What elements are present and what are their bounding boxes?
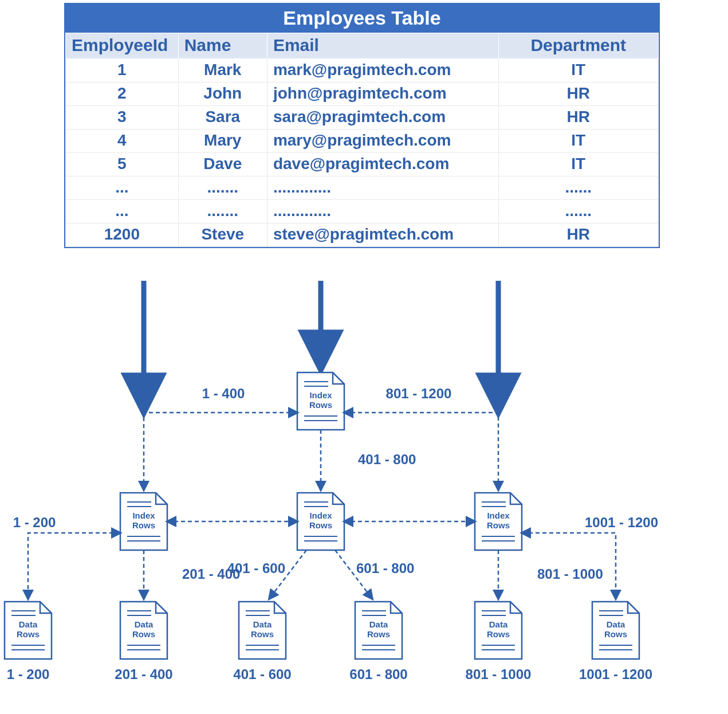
table-row: 5Davedave@pragimtech.comIT <box>66 153 659 176</box>
node-label: Rows <box>367 629 390 639</box>
range-root-right: 801 - 1200 <box>386 386 452 401</box>
node-label: Rows <box>251 629 274 639</box>
node-label: Data <box>489 619 508 629</box>
table-row: 1Markmark@pragimtech.comIT <box>66 59 659 83</box>
cell-id: ... <box>66 200 179 223</box>
table-row: 1200Stevesteve@pragimtech.comHR <box>66 223 659 247</box>
cell-id: 3 <box>66 106 179 130</box>
range-l2-1: 1 - 200 <box>13 515 56 530</box>
table-row: 3Sarasara@pragimtech.comHR <box>66 106 659 130</box>
edge-root-left <box>144 413 297 490</box>
cell-department: IT <box>498 130 658 153</box>
range-root-mid: 401 - 800 <box>358 452 416 467</box>
node-label: Rows <box>132 629 155 639</box>
cell-department: IT <box>498 153 658 176</box>
cell-email: steve@pragimtech.com <box>267 223 498 247</box>
node-label: Data <box>135 619 154 629</box>
node-label: Rows <box>487 629 510 639</box>
table-row: ............................. <box>66 176 659 200</box>
range-l2-3: 401 - 600 <box>227 560 285 576</box>
edge-left-1 <box>28 533 120 599</box>
cell-name: Dave <box>178 153 267 176</box>
data-node-6: Data Rows <box>592 602 639 659</box>
leaf-range-3: 401 - 600 <box>233 666 291 682</box>
node-label: Rows <box>132 520 155 530</box>
node-label: Data <box>253 619 272 629</box>
cell-name: Mark <box>178 59 267 83</box>
cell-department: ...... <box>498 200 658 223</box>
node-label: Data <box>19 619 38 629</box>
data-node-3: Data Rows <box>239 602 286 659</box>
leaf-range-5: 801 - 1000 <box>466 666 532 682</box>
leaf-range-4: 601 - 800 <box>349 666 407 682</box>
cell-name: Sara <box>178 106 267 130</box>
data-node-2: Data Rows <box>120 602 167 659</box>
leaf-range-6: 1001 - 1200 <box>579 666 652 682</box>
node-label: Rows <box>487 520 510 530</box>
cell-name: ....... <box>178 176 267 200</box>
range-l2-5: 801 - 1000 <box>537 566 603 582</box>
cell-name: John <box>178 83 267 106</box>
header-name: Name <box>178 33 267 59</box>
range-l2-4: 601 - 800 <box>356 560 414 576</box>
cell-email: sara@pragimtech.com <box>267 106 498 130</box>
range-root-left: 1 - 400 <box>202 386 245 401</box>
cell-id: 1200 <box>66 223 179 247</box>
node-label: Index <box>309 390 332 400</box>
cell-id: 1 <box>66 59 179 83</box>
cell-email: john@pragimtech.com <box>267 83 498 106</box>
employees-table: Employees Table EmployeeId Name Email De… <box>64 3 660 248</box>
node-label: Rows <box>309 520 332 530</box>
table-row: ............................. <box>66 200 659 223</box>
cell-id: 5 <box>66 153 179 176</box>
data-node-4: Data Rows <box>355 602 402 659</box>
node-label: Rows <box>309 400 332 410</box>
table-row: 2Johnjohn@pragimtech.comHR <box>66 83 659 106</box>
index-node-left: Index Rows <box>120 493 167 550</box>
cell-department: HR <box>498 83 658 106</box>
node-label: Index <box>132 511 155 520</box>
cell-email: mary@pragimtech.com <box>267 130 498 153</box>
cell-department: HR <box>498 106 658 130</box>
leaf-range-2: 201 - 400 <box>115 666 172 682</box>
data-node-1: Data Rows <box>5 602 52 659</box>
cell-email: ............. <box>267 200 498 223</box>
node-label: Data <box>607 619 625 629</box>
leaf-range-1: 1 - 200 <box>7 666 50 682</box>
cell-email: ............. <box>267 176 498 200</box>
cell-department: IT <box>498 59 658 83</box>
node-label: Index <box>487 511 510 520</box>
node-label: Rows <box>17 629 40 639</box>
cell-id: 2 <box>66 83 179 106</box>
header-email: Email <box>267 33 498 59</box>
table-row: 4Marymary@pragimtech.comIT <box>66 130 659 153</box>
root-index-node: Index Rows <box>297 372 344 430</box>
table-grid: EmployeeId Name Email Department 1Markma… <box>65 33 659 247</box>
data-node-5: Data Rows <box>475 602 522 659</box>
table-title: Employees Table <box>65 4 659 33</box>
header-id: EmployeeId <box>66 33 179 59</box>
index-tree-diagram: Index Rows 1 - 400 801 - 1200 401 - 800 … <box>0 281 728 714</box>
index-node-right: Index Rows <box>475 493 522 550</box>
node-label: Index <box>309 511 332 520</box>
node-label: Rows <box>604 629 627 639</box>
cell-name: Steve <box>178 223 267 247</box>
header-department: Department <box>498 33 658 59</box>
cell-name: ....... <box>178 200 267 223</box>
range-l2-6: 1001 - 1200 <box>585 515 658 530</box>
node-label: Data <box>369 619 388 629</box>
cell-email: mark@pragimtech.com <box>267 59 498 83</box>
cell-department: ...... <box>498 176 658 200</box>
index-node-mid: Index Rows <box>297 493 344 550</box>
table-header-row: EmployeeId Name Email Department <box>66 33 659 59</box>
cell-id: 4 <box>66 130 179 153</box>
cell-department: HR <box>498 223 658 247</box>
cell-name: Mary <box>178 130 267 153</box>
cell-email: dave@pragimtech.com <box>267 153 498 176</box>
cell-id: ... <box>66 176 179 200</box>
